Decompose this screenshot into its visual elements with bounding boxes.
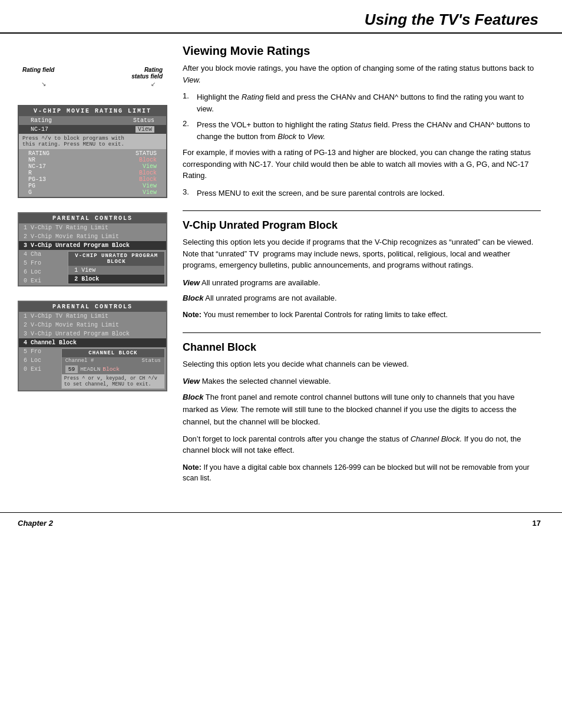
mockup3-item5: 5 Fro [19,347,60,356]
mockup3-item4: 4 Channel Block [19,338,166,347]
section1-body2: For example, if movies with a rating of … [183,147,541,182]
rating-field-label: Rating field [22,67,54,80]
section1-title: Viewing Movie Ratings [183,44,541,58]
mockup2-item6: 6 Loc [19,268,67,276]
mockup2-item3: 3 V-Chip Unrated Program Block [19,241,166,250]
section2-title: V-Chip Unrated Program Block [183,210,541,232]
row-nc17: NC-17 View [19,163,166,170]
mockup2-lower: 4 Cha 5 Fro 6 Loc 0 Exi V-CHIP UNRATED P… [19,250,166,285]
mockup1-title: V-CHIP MOVIE RATING LIMIT [19,106,166,116]
content-area: Rating field Ratingstatus field ↘ ↙ V-CH… [0,34,562,500]
mockup3: PARENTAL CONTROLS 1 V-Chip TV Rating Lim… [18,301,167,391]
popup-col1: Channel # [65,358,94,364]
row-nr: NR Block [19,157,166,163]
section1-step2: 2. Press the VOL+ button to highlight th… [183,119,541,142]
mockup2-popup-title: V-CHIP UNRATED PROGRAM BLOCK [68,252,164,266]
row-r: R Block [19,170,166,176]
mockup2-remaining-items: 4 Cha 5 Fro 6 Loc 0 Exi [19,250,67,285]
mockup2-item2: 2 V-Chip Movie Rating Limit [19,232,166,241]
selected-status: View [135,126,154,133]
mockup3-popup-title: CHANNEL BLOCK [62,349,164,357]
right-column: Viewing Movie Ratings After you block mo… [177,34,562,500]
footer-chapter: Chapter 2 [18,519,53,528]
mockup2-item1: 1 V-Chip TV Rating Limit [19,223,166,232]
col-status: Status [133,117,154,124]
mockup2-popup-item1: 1 View [68,266,164,275]
section3-view-text: View Makes the selected channel viewable… [183,375,541,388]
mockup1-container: Rating field Ratingstatus field ↘ ↙ V-CH… [18,67,167,198]
section1-step3: 3. Press MENU to exit the screen, and be… [183,187,541,199]
section2-note: Note: You must remember to lock Parental… [183,309,541,321]
section1-body1: After you block movie ratings, you have … [183,62,541,85]
mockup2-popup-item2: 2 Block [68,275,164,284]
mockup3-title: PARENTAL CONTROLS [19,302,166,312]
mockup3-item2: 2 V-Chip Movie Rating Limit [19,321,166,330]
mockup3-popup: CHANNEL BLOCK Channel # Status 59 HEADLN… [61,348,165,389]
mockup1-info: Press ^/v to block programs withthis rat… [19,134,166,149]
page-title: Using the TV's Features [365,11,538,28]
mockup3-popup-data: 59 HEADLN Block [62,364,164,374]
rating-labels: Rating field Ratingstatus field [18,67,167,80]
row-pg: PG View [19,183,166,189]
mockup1-selected-row: NC-17 View [19,125,166,134]
popup-status: Block [103,366,120,373]
mockup3-lower: 5 Fro 6 Loc 0 Exi CHANNEL BLOCK Channel … [19,347,166,390]
mockup3-popup-colheaders: Channel # Status [62,357,164,364]
mockup3-popup-footer: Press ^ or v, keypad, or CH ^/vto set ch… [62,374,164,388]
footer-page: 17 [533,519,541,528]
section2-body1: Selecting this option lets you decide if… [183,236,541,271]
mockup3-item3: 3 V-Chip Unrated Program Block [19,330,166,338]
mockup3-remaining-items: 5 Fro 6 Loc 0 Exi [19,347,60,390]
mockup3-item6: 6 Loc [19,356,60,365]
arrow-indicators: ↘ ↙ [18,81,167,87]
mockup1: V-CHIP MOVIE RATING LIMIT Rating Status … [18,105,167,198]
popup-col2: Status [142,358,161,364]
mockup2: PARENTAL CONTROLS 1 V-Chip TV Rating Lim… [18,212,167,286]
section2-block-text: Block All unrated programs are not avail… [183,292,541,305]
col-rating: Rating [31,117,52,124]
row-g: G View [19,189,166,196]
section1-step1: 1. Highlight the Rating field and press … [183,91,541,114]
left-column: Rating field Ratingstatus field ↘ ↙ V-CH… [0,34,177,500]
header-row-rating-status: RATING STATUS [19,150,166,157]
mockup3-item1: 1 V-Chip TV Rating Limit [19,312,166,321]
popup-channel-val: 59 [65,365,78,373]
page-footer: Chapter 2 17 [0,512,562,533]
mockup1-data-rows: RATING STATUS NR Block NC-17 View R Bloc… [19,149,166,197]
mockup2-item4: 4 Cha [19,250,67,259]
mockup2-item0: 0 Exi [19,276,67,285]
mockup2-title: PARENTAL CONTROLS [19,213,166,223]
mockup2-popup: V-CHIP UNRATED PROGRAM BLOCK 1 View 2 Bl… [68,251,165,284]
popup-headln: HEADLN [80,366,100,373]
section3-block-text: Block The front panel and remote control… [183,391,541,428]
mockup3-item0: 0 Exi [19,365,60,374]
section3-note: Note: If you have a digital cable box ch… [183,462,541,485]
mockup2-item5: 5 Fro [19,259,67,268]
section3-body2: Don’t forget to lock parental controls a… [183,433,541,456]
rating-status-label: Ratingstatus field [131,67,163,80]
section3-body1: Selecting this option lets you decide wh… [183,358,541,370]
mockup1-col-headers: Rating Status [19,116,166,125]
selected-rating: NC-17 [31,126,48,133]
section3-title: Channel Block [183,332,541,354]
section2-view-text: View All unrated programs are available. [183,277,541,289]
row-pg13: PG-13 Block [19,176,166,183]
page-header: Using the TV's Features [0,0,562,34]
